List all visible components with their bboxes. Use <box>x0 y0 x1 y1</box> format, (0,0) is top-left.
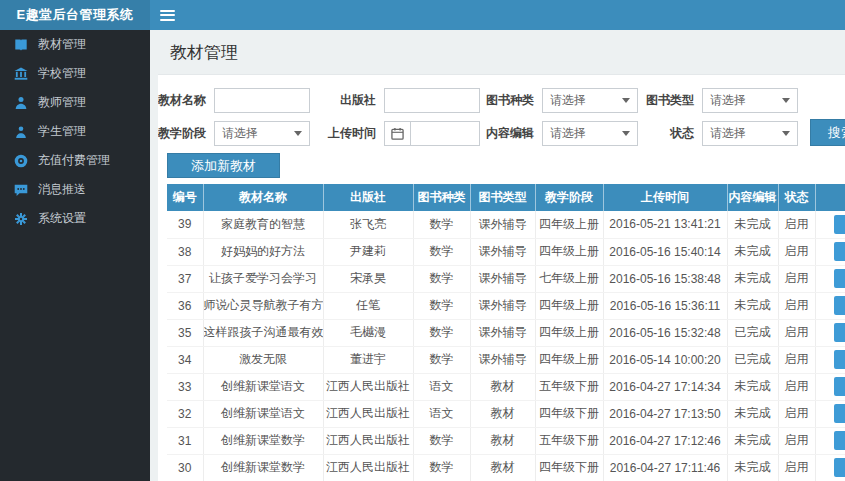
settings-icon <box>14 212 28 226</box>
payment-icon <box>14 154 28 168</box>
cell-action <box>815 238 845 265</box>
upload-time-label: 上传时间 <box>328 125 376 142</box>
cell-action <box>815 427 845 454</box>
cell-type: 课外辅导 <box>470 265 535 292</box>
cell-category: 数学 <box>413 211 470 238</box>
publisher-filter: 出版社 <box>328 87 480 113</box>
select-value: 请选择 <box>710 92 782 109</box>
select-value: 请选择 <box>710 125 782 142</box>
cell-status: 启用 <box>778 373 815 400</box>
col-header-stage: 教学阶段 <box>535 184 603 211</box>
cell-id: 32 <box>167 400 203 427</box>
table-header-row: 编号 教材名称 出版社 图书种类 图书类型 教学阶段 上传时间 内容编辑 状态 <box>167 184 845 211</box>
cell-stage: 四年级下册 <box>535 400 603 427</box>
cell-id: 33 <box>167 373 203 400</box>
cell-publisher: 董进宇 <box>323 346 413 373</box>
row-action-button[interactable] <box>834 215 845 234</box>
sidebar-item-label: 系统设置 <box>38 210 86 227</box>
book-category-label: 图书种类 <box>486 92 534 109</box>
sidebar-item-label: 教师管理 <box>38 94 86 111</box>
cell-publisher: 江西人民出版社 <box>323 427 413 454</box>
publisher-input[interactable] <box>384 88 480 113</box>
cell-category: 数学 <box>413 454 470 481</box>
row-action-button[interactable] <box>834 296 845 315</box>
teacher-icon <box>14 96 28 110</box>
row-action-button[interactable] <box>834 323 845 342</box>
cell-stage: 五年级下册 <box>535 373 603 400</box>
sidebar-item-student-management[interactable]: 学生管理 <box>0 117 150 146</box>
col-header-id: 编号 <box>167 184 203 211</box>
sidebar-item-textbook-management[interactable]: 教材管理 <box>0 30 150 59</box>
cell-id: 31 <box>167 427 203 454</box>
sidebar-item-label: 教材管理 <box>38 36 86 53</box>
book-type-select[interactable]: 请选择 <box>702 88 798 113</box>
add-textbook-button[interactable]: 添加新教材 <box>167 153 280 178</box>
student-icon <box>14 125 28 139</box>
message-icon <box>14 183 28 197</box>
cell-stage: 四年级上册 <box>535 292 603 319</box>
cell-category: 数学 <box>413 319 470 346</box>
cell-status: 启用 <box>778 454 815 481</box>
sidebar-item-teacher-management[interactable]: 教师管理 <box>0 88 150 117</box>
book-type-filter: 图书类型 请选择 <box>646 87 798 113</box>
col-header-category: 图书种类 <box>413 184 470 211</box>
table-row: 38 好妈妈的好方法 尹建莉 数学 课外辅导 四年级上册 2016-05-16 … <box>167 238 845 265</box>
row-action-button[interactable] <box>834 431 845 450</box>
cell-stage: 四年级上册 <box>535 346 603 373</box>
cell-type: 课外辅导 <box>470 346 535 373</box>
col-header-type: 图书类型 <box>470 184 535 211</box>
textbook-name-input[interactable] <box>214 88 310 113</box>
sidebar-item-school-management[interactable]: 学校管理 <box>0 59 150 88</box>
cell-time: 2016-04-27 17:14:34 <box>603 373 727 400</box>
cell-name: 这样跟孩子沟通最有效 <box>203 319 323 346</box>
content-editor-select[interactable]: 请选择 <box>542 121 638 146</box>
cell-status: 启用 <box>778 400 815 427</box>
cell-category: 数学 <box>413 427 470 454</box>
search-button[interactable]: 搜索 <box>810 119 845 146</box>
cell-stage: 四年级上册 <box>535 238 603 265</box>
chevron-down-icon <box>622 131 630 136</box>
upload-time-filter: 上传时间 <box>328 120 480 146</box>
row-action-button[interactable] <box>834 458 845 477</box>
cell-publisher: 江西人民出版社 <box>323 373 413 400</box>
calendar-icon[interactable] <box>384 121 410 146</box>
hamburger-icon[interactable] <box>160 10 175 21</box>
book-category-filter: 图书种类 请选择 <box>486 87 638 113</box>
status-select[interactable]: 请选择 <box>702 121 798 146</box>
cell-category: 数学 <box>413 292 470 319</box>
cell-status: 启用 <box>778 292 815 319</box>
cell-name: 家庭教育的智慧 <box>203 211 323 238</box>
sidebar-item-system-settings[interactable]: 系统设置 <box>0 204 150 233</box>
cell-type: 教材 <box>470 373 535 400</box>
col-header-status: 状态 <box>778 184 815 211</box>
cell-name: 激发无限 <box>203 346 323 373</box>
sidebar-item-payment-management[interactable]: 充值付费管理 <box>0 146 150 175</box>
book-type-label: 图书类型 <box>646 92 694 109</box>
row-action-button[interactable] <box>834 242 845 261</box>
cell-time: 2016-05-21 13:41:21 <box>603 211 727 238</box>
sidebar-item-message-push[interactable]: 消息推送 <box>0 175 150 204</box>
col-header-time: 上传时间 <box>603 184 727 211</box>
book-category-select[interactable]: 请选择 <box>542 88 638 113</box>
table-row: 37 让孩子爱学习会学习 宋承昊 数学 课外辅导 七年级上册 2016-05-1… <box>167 265 845 292</box>
cell-id: 34 <box>167 346 203 373</box>
textbook-name-label: 教材名称 <box>158 92 206 109</box>
cell-category: 数学 <box>413 238 470 265</box>
col-header-action <box>815 184 845 211</box>
page-title: 教材管理 <box>150 30 845 74</box>
cell-stage: 五年级下册 <box>535 427 603 454</box>
cell-status: 启用 <box>778 238 815 265</box>
cell-name: 创维新课堂数学 <box>203 427 323 454</box>
row-action-button[interactable] <box>834 350 845 369</box>
chevron-down-icon <box>294 131 302 136</box>
cell-edit: 未完成 <box>727 211 778 238</box>
teaching-stage-select[interactable]: 请选择 <box>214 121 310 146</box>
row-action-button[interactable] <box>834 269 845 288</box>
chevron-down-icon <box>782 98 790 103</box>
cell-type: 课外辅导 <box>470 238 535 265</box>
row-action-button[interactable] <box>834 404 845 423</box>
upload-time-input[interactable] <box>410 121 480 146</box>
table-row: 35 这样跟孩子沟通最有效 毛樾漫 数学 课外辅导 四年级上册 2016-05-… <box>167 319 845 346</box>
cell-publisher: 宋承昊 <box>323 265 413 292</box>
row-action-button[interactable] <box>834 377 845 396</box>
